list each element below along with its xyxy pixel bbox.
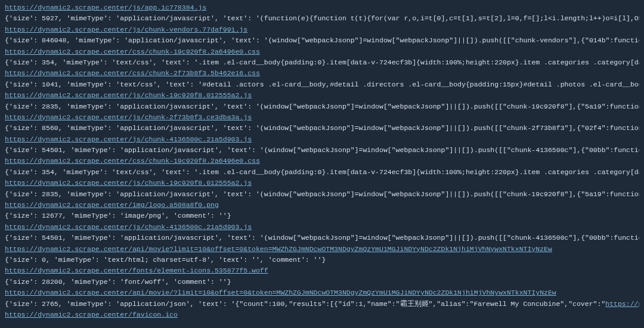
log-url-line: https://dynamic2.scrape.center/js/chunk-…: [5, 90, 639, 101]
resource-metadata: {'size': 8560, 'mimeType': 'application/…: [5, 124, 639, 132]
log-dict-line: {'size': 2835, 'mimeType': 'application/…: [5, 189, 639, 200]
log-url-line: https://dynamic2.scrape.center/api/movie…: [5, 287, 639, 298]
log-dict-line: {'size': 0, 'mimeType': 'text/html; char…: [5, 255, 639, 265]
log-dict-line: {'size': 12677, 'mimeType': 'image/png',…: [5, 211, 639, 221]
resource-metadata: {'size': 2835, 'mimeType': 'application/…: [5, 190, 639, 198]
resource-metadata: {'size': 54501, 'mimeType': 'application…: [5, 234, 639, 242]
resource-url[interactable]: https://dynamic2.scrape.center/js/chunk-…: [5, 113, 252, 121]
log-dict-line: {'size': 1041, 'mimeType': 'text/css', '…: [5, 79, 639, 90]
log-url-line: https://dynamic2.scrape.center/js/app.1c…: [5, 2, 639, 13]
log-url-line: https://dynamic2.scrape.center/js/chunk-…: [5, 134, 639, 145]
resource-url[interactable]: https://dynamic2.scrape.center/css/chunk…: [5, 69, 260, 77]
log-url-line: https://dynamic2.scrape.center/js/chunk-…: [5, 24, 639, 35]
log-dict-line: {'size': 5927, 'mimeType': 'application/…: [5, 13, 639, 24]
log-dict-line: {'size': 28200, 'mimeType': 'font/woff',…: [5, 277, 639, 287]
resource-url[interactable]: https://dynamic2.scrape.center/js/chunk-…: [5, 179, 252, 187]
resource-metadata: {'size': 28200, 'mimeType': 'font/woff',…: [5, 278, 231, 286]
resource-metadata: {'size': 354, 'mimeType': 'text/css', 't…: [5, 58, 639, 66]
resource-url[interactable]: https://dynamic2.scrape.center/js/chunk-…: [5, 91, 252, 99]
resource-url[interactable]: https://dynamic2.scrape.center/img/logo.…: [5, 201, 219, 209]
resource-url[interactable]: https://dynamic2.scrape.center/js/chunk-…: [5, 135, 252, 143]
log-url-line: https://dynamic2.scrape.center/css/chunk…: [5, 68, 639, 79]
log-url-line: https://dynamic2.scrape.center/img/logo.…: [5, 200, 639, 211]
log-url-line: https://dynamic2.scrape.center/favicon.i…: [5, 310, 639, 320]
log-dict-line: {'size': 54501, 'mimeType': 'application…: [5, 233, 639, 243]
resource-metadata: {'size': 0, 'mimeType': 'text/html; char…: [5, 256, 326, 264]
log-url-line: https://dynamic2.scrape.center/js/chunk-…: [5, 222, 639, 233]
log-url-line: https://dynamic2.scrape.center/js/chunk-…: [5, 112, 639, 123]
resource-url[interactable]: https://dynamic2.scrape.center/favicon.i…: [5, 311, 178, 318]
log-url-line: https://dynamic2.scrape.center/fonts/ele…: [5, 265, 639, 276]
resource-metadata: {'size': 12677, 'mimeType': 'image/png',…: [5, 212, 231, 219]
log-dict-line: {'size': 54501, 'mimeType': 'application…: [5, 145, 639, 156]
resource-url[interactable]: https://dynamic2.scrape.center/js/chunk-…: [5, 223, 252, 231]
log-dict-line: {'size': 2765, 'mimeType': 'application/…: [5, 299, 639, 310]
log-url-line: https://dynamic2.scrape.center/js/chunk-…: [5, 178, 639, 188]
resource-metadata: {'size': 354, 'mimeType': 'text/css', 't…: [5, 168, 639, 176]
resource-metadata: {'size': 2765, 'mimeType': 'application/…: [5, 300, 605, 308]
resource-url[interactable]: https://dynamic2.scrape.center/js/app.1c…: [5, 4, 206, 11]
resource-metadata: {'size': 1041, 'mimeType': 'text/css', '…: [5, 81, 639, 88]
resource-metadata: {'size': 54501, 'mimeType': 'application…: [5, 146, 639, 154]
resource-metadata: {'size': 846048, 'mimeType': 'applicatio…: [5, 36, 639, 44]
resource-metadata: {'size': 5927, 'mimeType': 'application/…: [5, 14, 639, 22]
embedded-url[interactable]: https://p0.meituan.net/movie/ce4d: [605, 300, 639, 308]
resource-url[interactable]: https://dynamic2.scrape.center/css/chunk…: [5, 48, 260, 55]
log-dict-line: {'size': 2835, 'mimeType': 'application/…: [5, 101, 639, 112]
resource-metadata: {'size': 2835, 'mimeType': 'application/…: [5, 103, 639, 110]
resource-url[interactable]: https://dynamic2.scrape.center/css/chunk…: [5, 157, 260, 165]
resource-url[interactable]: https://dynamic2.scrape.center/api/movie…: [5, 289, 556, 296]
log-url-line: https://dynamic2.scrape.center/css/chunk…: [5, 47, 639, 57]
resource-url[interactable]: https://dynamic2.scrape.center/js/chunk-…: [5, 26, 247, 33]
log-url-line: https://dynamic2.scrape.center/css/chunk…: [5, 156, 639, 166]
log-url-line: https://dynamic2.scrape.center/api/movie…: [5, 244, 639, 255]
resource-url[interactable]: https://dynamic2.scrape.center/fonts/ele…: [5, 267, 268, 274]
log-dict-line: {'size': 354, 'mimeType': 'text/css', 't…: [5, 167, 639, 178]
log-dict-line: {'size': 8560, 'mimeType': 'application/…: [5, 123, 639, 134]
network-log: https://dynamic2.scrape.center/js/app.1c…: [5, 2, 639, 320]
resource-url[interactable]: https://dynamic2.scrape.center/api/movie…: [5, 245, 552, 253]
log-dict-line: {'size': 354, 'mimeType': 'text/css', 't…: [5, 57, 639, 68]
log-dict-line: {'size': 846048, 'mimeType': 'applicatio…: [5, 35, 639, 46]
